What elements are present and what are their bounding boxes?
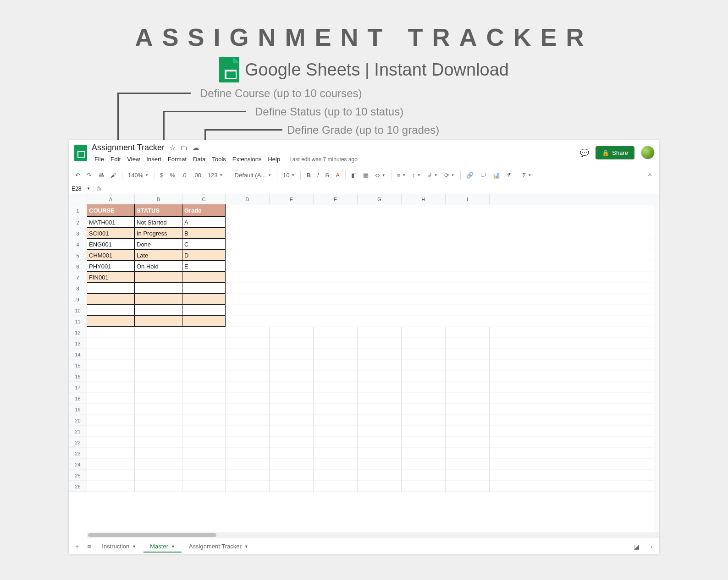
cell[interactable] [182,371,226,382]
cell[interactable] [135,404,182,415]
cell[interactable] [87,470,135,481]
cell[interactable] [182,360,226,371]
add-sheet-button[interactable]: + [72,540,83,553]
name-box[interactable]: E28▼ [69,186,94,192]
cell[interactable]: C [182,239,226,250]
tab-master[interactable]: Master▼ [143,540,182,553]
cell[interactable]: STATUS [135,204,182,217]
cell[interactable]: PHY001 [87,261,135,272]
cell[interactable] [226,250,659,261]
explore-button[interactable]: ◪ [630,540,643,553]
cell[interactable] [226,404,270,415]
cell[interactable] [358,415,402,426]
text-color-button[interactable]: A [333,170,342,181]
cell[interactable] [270,393,314,404]
chart-button[interactable]: 📊 [490,170,502,181]
cell[interactable] [182,393,226,404]
cell[interactable] [135,327,182,338]
cell[interactable] [446,437,490,448]
cell[interactable] [135,283,182,294]
cell[interactable]: SCI001 [87,228,135,239]
cell[interactable] [358,448,402,459]
cell[interactable] [226,459,270,470]
col-header[interactable]: A [87,194,135,204]
select-all-corner[interactable] [69,194,87,204]
cell[interactable] [226,393,270,404]
cell[interactable] [135,305,182,316]
row-header[interactable]: 11 [69,316,87,327]
row-header[interactable]: 15 [69,360,87,371]
cell[interactable] [402,371,446,382]
cell[interactable] [358,371,402,382]
cell[interactable] [358,404,402,415]
cell[interactable] [135,316,182,327]
bold-button[interactable]: B [303,170,313,181]
cell[interactable] [490,459,659,470]
cell[interactable] [358,393,402,404]
spreadsheet-grid[interactable]: A B C D E F G H I 1COURSESTATUSGrade 2MA… [69,194,659,538]
cell[interactable] [446,382,490,393]
cell[interactable] [226,338,270,349]
redo-button[interactable]: ↷ [84,170,94,181]
cell[interactable] [446,426,490,437]
col-header[interactable]: C [182,194,226,204]
cell[interactable] [358,338,402,349]
cell[interactable] [446,415,490,426]
cell[interactable] [446,327,490,338]
cell[interactable] [182,426,226,437]
cell[interactable] [490,481,659,492]
cell[interactable] [135,415,182,426]
menu-extensions[interactable]: Extensions [230,154,265,164]
rotate-button[interactable]: ⟳▼ [441,170,458,181]
cell[interactable] [314,448,358,459]
row-header[interactable]: 10 [69,305,87,316]
cell[interactable] [87,294,135,305]
move-folder-icon[interactable]: 🗀 [180,144,188,152]
filter-button[interactable]: ⧩ [503,170,514,181]
comment-button[interactable]: 🗨 [477,170,489,181]
cell[interactable] [490,415,659,426]
cell[interactable] [446,371,490,382]
wrap-button[interactable]: ↲▼ [425,170,441,181]
cell[interactable] [135,382,182,393]
merge-button[interactable]: ⬄▼ [372,170,388,181]
cell[interactable] [226,228,659,239]
row-header[interactable]: 24 [69,459,87,470]
cell[interactable] [87,360,135,371]
cell[interactable] [402,382,446,393]
row-header[interactable]: 22 [69,437,87,448]
cell[interactable] [358,360,402,371]
cell[interactable] [314,459,358,470]
row-header[interactable]: 25 [69,470,87,481]
print-button[interactable]: 🖶 [95,170,107,181]
cell[interactable] [87,426,135,437]
vertical-scrollbar[interactable] [654,204,659,532]
last-edit-link[interactable]: Last edit was 7 minutes ago [287,155,360,164]
cell[interactable] [402,448,446,459]
v-align-button[interactable]: ↕▼ [409,170,423,181]
cell[interactable]: Late [135,250,182,261]
row-header[interactable]: 21 [69,426,87,437]
all-sheets-button[interactable]: ≡ [83,540,94,553]
number-format[interactable]: 123▼ [205,170,226,181]
cell[interactable] [135,448,182,459]
cell[interactable] [226,327,270,338]
cell[interactable] [226,426,270,437]
cell[interactable] [270,415,314,426]
side-panel-toggle[interactable]: ‹ [647,540,656,553]
cell[interactable] [182,283,226,294]
cell[interactable] [182,316,226,327]
cell[interactable] [402,481,446,492]
cell[interactable] [270,404,314,415]
fill-color-button[interactable]: ◧ [348,170,359,181]
cell[interactable] [490,371,659,382]
cell[interactable] [87,283,135,294]
cell[interactable] [270,371,314,382]
cell[interactable] [314,404,358,415]
menu-data[interactable]: Data [190,154,208,164]
cell[interactable] [87,316,135,327]
cell[interactable] [87,382,135,393]
cell[interactable] [135,470,182,481]
cell[interactable] [135,393,182,404]
cell[interactable] [226,217,659,228]
